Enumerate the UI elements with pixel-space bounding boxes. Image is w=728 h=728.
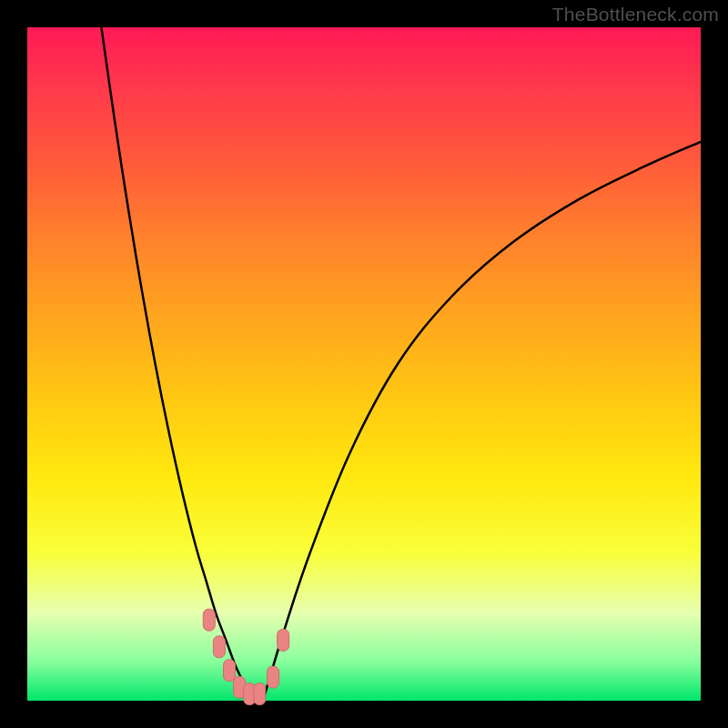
bottleneck-marker bbox=[203, 609, 215, 631]
left-branch-curve bbox=[101, 27, 256, 701]
watermark-text: TheBottleneck.com bbox=[552, 4, 719, 25]
right-branch-curve bbox=[263, 142, 701, 701]
bottleneck-marker bbox=[213, 636, 225, 658]
chart-frame: TheBottleneck.com bbox=[0, 0, 728, 728]
bottleneck-marker bbox=[254, 683, 266, 705]
bottleneck-marker bbox=[224, 660, 236, 682]
bottleneck-marker bbox=[268, 666, 279, 688]
curve-layer bbox=[27, 27, 701, 701]
plot-area bbox=[27, 27, 701, 701]
bottleneck-marker bbox=[278, 629, 289, 651]
